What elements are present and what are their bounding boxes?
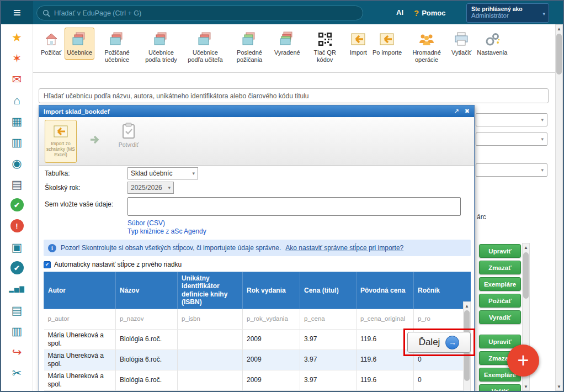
delete-button[interactable]: Zmazať [479, 261, 521, 274]
check-circle-icon: ✔ [10, 198, 24, 211]
return-button[interactable]: Vrátiť [479, 384, 521, 392]
import-from-clipboard-button[interactable]: Import zo schránky (MS Excel) [45, 120, 77, 163]
dialog-titlebar[interactable]: Import sklad_bookdef ↗ ✖ [39, 105, 474, 117]
paste-data-label: Sem vložte vaše údaje: [45, 200, 113, 208]
sidebar-item-timetable[interactable]: ▦ [9, 114, 25, 128]
col-header-rocnik: Ročník [414, 272, 471, 309]
books-stack-icon [241, 31, 258, 47]
books-stack-multicolor-icon [279, 31, 295, 47]
sidebar-item-calendar[interactable]: ▤ [9, 177, 25, 191]
sidebar-item-rocket[interactable]: ✶ [9, 51, 25, 65]
toolbar-label: Posledné požičania [230, 49, 269, 63]
table-field-label: Tabuľka: [45, 169, 70, 177]
cell: 2009 [243, 349, 300, 370]
scroll-thumb[interactable] [556, 34, 562, 75]
toolbar-label: Požičať [41, 49, 61, 56]
scroll-up-icon[interactable]: ▲ [464, 302, 470, 310]
close-icon[interactable]: ✖ [465, 108, 470, 114]
chevron-down-icon: ▾ [163, 185, 171, 190]
sidebar-item-media[interactable]: ! [9, 219, 25, 233]
monitor-icon: ▥ [12, 136, 23, 148]
module-toolbar: Požičať Učebnice Požičané učebnice Učebn… [33, 24, 555, 73]
paste-data-textarea[interactable] [127, 197, 461, 216]
sidebar-item-briefcase[interactable]: ▣ [9, 240, 25, 254]
maximize-icon[interactable]: ↗ [454, 108, 459, 114]
toolbar-item-vytlacit[interactable]: Vytlačiť [449, 28, 473, 60]
sidebar-item-monitor[interactable]: ▥ [9, 135, 25, 149]
toolbar-item-ucebnice[interactable]: Učebnice [65, 28, 94, 60]
filter-select-2[interactable]: ▾ [476, 133, 547, 146]
global-search-input[interactable]: Hľadať v EduPage (Ctrl + G) [36, 6, 363, 20]
user-menu[interactable]: Ste prihlásený ako Administrátor ▾ [466, 3, 549, 23]
filter-select-3[interactable]: ▾ [476, 163, 547, 177]
asc-agenda-link[interactable]: Typ knižnice z aSc Agendy [127, 227, 206, 235]
sidebar-item-library[interactable]: ▤ [9, 303, 25, 317]
sidebar-item-star[interactable]: ★ [9, 30, 25, 44]
cell: Biológia 6.roč. [116, 329, 178, 349]
scroll-down-icon[interactable]: ▼ [523, 383, 529, 390]
toolbar-item-pozicane-ucebnice[interactable]: Požičané učebnice [95, 28, 139, 66]
auto-columns-checkbox-row[interactable]: ✔ Automaticky nastaviť stĺpce z prvého r… [44, 261, 182, 268]
sidebar-item-shield[interactable]: ✔ [9, 261, 25, 275]
scroll-up-icon[interactable]: ▲ [523, 243, 529, 251]
cell [178, 370, 243, 390]
sidebar-item-tasks[interactable]: ✔ [9, 198, 25, 212]
next-button[interactable]: Ďalej → [407, 332, 471, 353]
scroll-up-icon[interactable]: ▲ [556, 25, 562, 33]
toolbar-item-import[interactable]: Import [348, 28, 369, 60]
filter-select-1[interactable]: ▾ [476, 113, 547, 126]
sidebar-item-mail[interactable]: ✉ [9, 72, 25, 86]
toolbar-item-ucebnice-podla-triedy[interactable]: Učebnice podľa triedy [140, 28, 183, 66]
logged-in-as-label: Ste prihlásený ako [471, 6, 539, 12]
toolbar-item-ucebnice-podla-ucitela[interactable]: Učebnice podľa učiteľa [184, 28, 227, 66]
toolbar-item-tlac-qr-kodov[interactable]: Tlač QR kódov [304, 28, 347, 66]
chevron-down-icon: ▾ [188, 171, 195, 176]
toolbar-item-posledne-pozicania[interactable]: Posledné požičania [228, 28, 271, 66]
edit-button[interactable]: Upraviť [479, 244, 521, 258]
next-button-label: Ďalej [419, 337, 440, 348]
table-row: Mária Uhereková a spol. Biológia 6.roč. … [44, 349, 471, 370]
dialog-title: Import sklad_bookdef [44, 108, 449, 115]
checkbox-checked-icon[interactable]: ✔ [44, 261, 51, 268]
sidebar-item-home[interactable]: ⌂ [9, 93, 25, 107]
help-button[interactable]: ? Pomoc [414, 1, 446, 24]
hamburger-menu-button[interactable]: ≡ [1, 1, 33, 24]
import-warning-banner: i Pozor! Skontrolujte si obsah všetkých … [44, 240, 471, 256]
cell: Mária Uhereková a spol. [44, 370, 116, 390]
warning-help-link[interactable]: Ako nastaviť správne stĺpce pri importe? [285, 244, 403, 252]
csv-file-link[interactable]: Súbor (CSV) [127, 219, 165, 227]
scroll-down-icon[interactable]: ▼ [556, 383, 562, 390]
sidebar-item-documents[interactable]: ▥ [9, 324, 25, 338]
sidebar-item-stats[interactable]: ▂▅▇ [9, 282, 25, 296]
toolbar-item-vyradene[interactable]: Vyradené [272, 28, 302, 60]
confirm-button[interactable]: Potvrdiť [111, 123, 146, 148]
toolbar-label: Import [350, 49, 367, 56]
house-icon [43, 31, 60, 47]
toolbar-item-hromadne-operacie[interactable]: Hromadné operácie [405, 28, 448, 66]
copies-button[interactable]: Exempláre [479, 277, 521, 291]
chevron-down-icon: ▾ [542, 11, 545, 17]
toolbar-item-po-importe[interactable]: Po importe [370, 28, 404, 60]
menu-icon: ≡ [13, 5, 21, 20]
discard-button[interactable]: Vyradiť [479, 310, 521, 324]
table-select[interactable]: Sklad učebníc ▾ [127, 167, 198, 179]
main-scrollbar[interactable]: ▲ ▼ [555, 24, 563, 391]
scroll-thumb[interactable] [523, 252, 529, 299]
toolbar-label: Učebnice podľa učiteľa [186, 49, 225, 63]
sidebar-item-tools[interactable]: ✂ [9, 365, 25, 380]
books-stack-icon [71, 31, 88, 47]
book-search-input[interactable]: Hľadať učebnicu podľa názvu, autora, uni… [39, 88, 549, 103]
school-year-select[interactable]: 2025/2026 ▾ [127, 182, 174, 194]
table-header-row: Autor Názov Unikátny identifikátor defin… [44, 272, 471, 309]
sidebar-item-profile[interactable]: ◉ [9, 156, 25, 170]
add-fab-button[interactable]: + [507, 345, 539, 377]
import-preview-table-wrap: Autor Názov Unikátny identifikátor defin… [44, 272, 471, 392]
sidebar-item-logout[interactable]: ↪ [9, 345, 25, 359]
lend-button[interactable]: Požičať [479, 294, 521, 308]
books-stack-icon [153, 31, 169, 47]
ai-button[interactable]: AI [396, 1, 403, 24]
toolbar-item-nastavenia[interactable]: Nastavenia [475, 28, 509, 60]
toolbar-item-pozicat[interactable]: Požičať [39, 28, 63, 60]
toolbar-label: Vyradené [274, 49, 300, 56]
logout-icon: ↪ [12, 346, 22, 358]
